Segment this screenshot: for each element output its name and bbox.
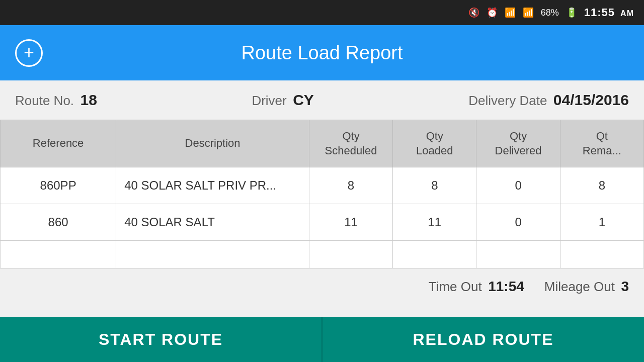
data-table: Reference Description QtyScheduled QtyLo… bbox=[0, 120, 644, 268]
status-time: 11:55 AM bbox=[584, 6, 634, 19]
cell-empty bbox=[393, 241, 476, 268]
mileage-out-label: Mileage Out bbox=[544, 279, 615, 294]
cell-qty-delivered: 0 bbox=[476, 204, 560, 241]
mileage-out-info: Mileage Out 3 bbox=[544, 279, 629, 295]
driver-info: Driver CY bbox=[252, 92, 313, 109]
cell-qty-delivered: 0 bbox=[476, 167, 560, 204]
delivery-value: 04/15/2016 bbox=[553, 92, 629, 108]
table-header-row: Reference Description QtyScheduled QtyLo… bbox=[1, 120, 644, 167]
battery-percent: 68% bbox=[541, 8, 559, 18]
cell-empty bbox=[309, 241, 392, 268]
mileage-out-value: 3 bbox=[621, 279, 629, 294]
col-header-description: Description bbox=[116, 120, 309, 167]
page-title: Route Load Report bbox=[241, 42, 403, 64]
cell-qty-scheduled: 8 bbox=[309, 167, 392, 204]
table-row: 860 40 SOLAR SALT 11 11 0 1 bbox=[1, 204, 644, 241]
cell-qty-remaining: 8 bbox=[560, 167, 643, 204]
time-out-value: 11:54 bbox=[488, 279, 524, 294]
col-header-qty-loaded: QtyLoaded bbox=[393, 120, 476, 167]
time-ampm: AM bbox=[620, 9, 634, 18]
cell-reference: 860PP bbox=[1, 167, 116, 204]
wifi-icon: 📶 bbox=[505, 7, 516, 18]
cell-empty bbox=[116, 241, 309, 268]
cell-empty bbox=[560, 241, 643, 268]
driver-value: CY bbox=[293, 92, 314, 108]
alarm-icon: ⏰ bbox=[487, 7, 498, 18]
col-header-qty-remaining: QtRema... bbox=[560, 120, 643, 167]
col-header-qty-delivered: QtyDelivered bbox=[476, 120, 560, 167]
time-out-info: Time Out 11:54 bbox=[429, 279, 524, 295]
footer-info: Time Out 11:54 Mileage Out 3 bbox=[0, 268, 644, 305]
cell-qty-loaded: 11 bbox=[393, 204, 476, 241]
time-value: 11:55 bbox=[584, 6, 615, 19]
cell-description: 40 SOLAR SALT bbox=[116, 204, 309, 241]
delivery-label: Delivery Date bbox=[468, 93, 547, 108]
reload-route-button[interactable]: RELOAD ROUTE bbox=[323, 317, 644, 362]
cell-qty-remaining: 1 bbox=[560, 204, 643, 241]
cell-reference: 860 bbox=[1, 204, 116, 241]
cell-qty-loaded: 8 bbox=[393, 167, 476, 204]
cell-empty bbox=[1, 241, 116, 268]
battery-icon: 🔋 bbox=[566, 7, 577, 18]
start-route-button[interactable]: START ROUTE bbox=[0, 317, 323, 362]
table-row-empty bbox=[1, 241, 644, 268]
mute-icon: 🔇 bbox=[468, 7, 479, 18]
driver-label: Driver bbox=[252, 93, 286, 108]
info-row: Route No. 18 Driver CY Delivery Date 04/… bbox=[0, 80, 644, 120]
route-label: Route No. bbox=[15, 93, 74, 108]
cell-description: 40 SOLAR SALT PRIV PR... bbox=[116, 167, 309, 204]
bottom-buttons: START ROUTE RELOAD ROUTE bbox=[0, 317, 644, 362]
route-value: 18 bbox=[80, 92, 97, 108]
col-header-qty-scheduled: QtyScheduled bbox=[309, 120, 392, 167]
cell-empty bbox=[476, 241, 560, 268]
delivery-info: Delivery Date 04/15/2016 bbox=[468, 92, 629, 109]
time-out-label: Time Out bbox=[429, 279, 482, 294]
header: + Route Load Report bbox=[0, 25, 644, 80]
cell-qty-scheduled: 11 bbox=[309, 204, 392, 241]
status-bar: 🔇 ⏰ 📶 📶 68% 🔋 11:55 AM bbox=[0, 0, 644, 25]
add-button[interactable]: + bbox=[15, 39, 43, 67]
table-container: Reference Description QtyScheduled QtyLo… bbox=[0, 120, 644, 268]
table-row: 860PP 40 SOLAR SALT PRIV PR... 8 8 0 8 bbox=[1, 167, 644, 204]
route-info: Route No. 18 bbox=[15, 92, 97, 109]
col-header-reference: Reference bbox=[1, 120, 116, 167]
signal-icon: 📶 bbox=[523, 7, 534, 18]
